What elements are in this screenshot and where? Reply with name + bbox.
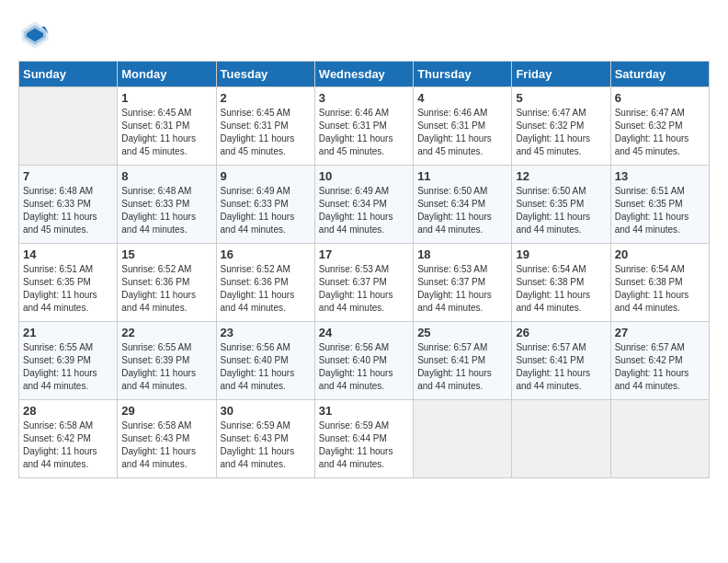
calendar-cell: 8Sunrise: 6:48 AM Sunset: 6:33 PM Daylig… [118,166,216,244]
day-number: 13 [615,169,705,183]
day-info: Sunrise: 6:48 AM Sunset: 6:33 PM Dayligh… [121,185,211,236]
day-info: Sunrise: 6:45 AM Sunset: 6:31 PM Dayligh… [221,107,311,158]
calendar-week-1: 1Sunrise: 6:45 AM Sunset: 6:31 PM Daylig… [19,87,710,166]
calendar-cell: 19Sunrise: 6:54 AM Sunset: 6:38 PM Dayli… [512,244,610,322]
day-number: 9 [221,169,311,183]
column-header-monday: Monday [118,62,216,87]
day-number: 1 [121,91,211,105]
column-header-tuesday: Tuesday [216,62,314,87]
day-info: Sunrise: 6:55 AM Sunset: 6:39 PM Dayligh… [23,341,113,393]
day-number: 2 [221,91,311,105]
day-number: 20 [615,247,705,261]
day-number: 28 [23,404,113,418]
calendar-cell: 5Sunrise: 6:47 AM Sunset: 6:32 PM Daylig… [512,87,610,166]
day-info: Sunrise: 6:50 AM Sunset: 6:34 PM Dayligh… [417,185,507,236]
day-number: 17 [319,247,409,261]
day-number: 14 [23,247,113,261]
day-number: 21 [23,326,113,339]
calendar-table: SundayMondayTuesdayWednesdayThursdayFrid… [18,61,710,478]
calendar-cell: 20Sunrise: 6:54 AM Sunset: 6:38 PM Dayli… [610,244,709,322]
calendar-cell: 15Sunrise: 6:52 AM Sunset: 6:36 PM Dayli… [118,244,216,322]
day-number: 18 [417,247,507,261]
calendar-header-row: SundayMondayTuesdayWednesdayThursdayFrid… [19,62,710,87]
day-info: Sunrise: 6:59 AM Sunset: 6:43 PM Dayligh… [221,419,311,471]
day-number: 19 [516,247,606,261]
day-number: 12 [516,169,606,183]
calendar-cell: 21Sunrise: 6:55 AM Sunset: 6:39 PM Dayli… [19,322,118,400]
calendar-week-4: 21Sunrise: 6:55 AM Sunset: 6:39 PM Dayli… [19,322,710,400]
day-info: Sunrise: 6:57 AM Sunset: 6:41 PM Dayligh… [417,341,507,393]
day-number: 24 [319,326,409,339]
calendar-cell [19,87,118,166]
calendar-cell: 13Sunrise: 6:51 AM Sunset: 6:35 PM Dayli… [610,166,709,244]
calendar-cell: 7Sunrise: 6:48 AM Sunset: 6:33 PM Daylig… [19,166,118,244]
day-info: Sunrise: 6:54 AM Sunset: 6:38 PM Dayligh… [615,263,705,315]
day-info: Sunrise: 6:52 AM Sunset: 6:36 PM Dayligh… [221,263,311,315]
calendar-cell: 4Sunrise: 6:46 AM Sunset: 6:31 PM Daylig… [414,87,512,166]
day-info: Sunrise: 6:46 AM Sunset: 6:31 PM Dayligh… [417,107,507,158]
calendar-cell: 1Sunrise: 6:45 AM Sunset: 6:31 PM Daylig… [118,87,216,166]
day-number: 23 [221,326,311,339]
column-header-saturday: Saturday [610,62,709,87]
day-number: 16 [221,247,311,261]
day-info: Sunrise: 6:54 AM Sunset: 6:38 PM Dayligh… [516,263,606,315]
day-info: Sunrise: 6:49 AM Sunset: 6:33 PM Dayligh… [221,185,311,236]
day-info: Sunrise: 6:51 AM Sunset: 6:35 PM Dayligh… [23,263,113,315]
day-info: Sunrise: 6:50 AM Sunset: 6:35 PM Dayligh… [516,185,606,236]
calendar-cell: 25Sunrise: 6:57 AM Sunset: 6:41 PM Dayli… [414,322,512,400]
day-number: 11 [417,169,507,183]
day-info: Sunrise: 6:59 AM Sunset: 6:44 PM Dayligh… [319,419,409,471]
day-number: 29 [121,404,211,418]
day-number: 31 [319,404,409,418]
day-number: 3 [319,91,409,105]
calendar-cell: 29Sunrise: 6:58 AM Sunset: 6:43 PM Dayli… [118,400,216,478]
day-info: Sunrise: 6:49 AM Sunset: 6:34 PM Dayligh… [319,185,409,236]
day-info: Sunrise: 6:57 AM Sunset: 6:42 PM Dayligh… [615,341,705,393]
day-number: 25 [417,326,507,339]
day-number: 8 [121,169,211,183]
calendar-cell: 27Sunrise: 6:57 AM Sunset: 6:42 PM Dayli… [610,322,709,400]
day-info: Sunrise: 6:48 AM Sunset: 6:33 PM Dayligh… [23,185,113,236]
day-info: Sunrise: 6:56 AM Sunset: 6:40 PM Dayligh… [319,341,409,393]
day-number: 6 [615,91,705,105]
calendar-cell: 24Sunrise: 6:56 AM Sunset: 6:40 PM Dayli… [314,322,413,400]
column-header-thursday: Thursday [414,62,512,87]
calendar-week-5: 28Sunrise: 6:58 AM Sunset: 6:42 PM Dayli… [19,400,710,478]
calendar-cell: 22Sunrise: 6:55 AM Sunset: 6:39 PM Dayli… [118,322,216,400]
day-number: 26 [516,326,606,339]
calendar-cell: 10Sunrise: 6:49 AM Sunset: 6:34 PM Dayli… [314,166,413,244]
calendar-cell: 2Sunrise: 6:45 AM Sunset: 6:31 PM Daylig… [216,87,314,166]
calendar-cell: 16Sunrise: 6:52 AM Sunset: 6:36 PM Dayli… [216,244,314,322]
calendar-cell: 23Sunrise: 6:56 AM Sunset: 6:40 PM Dayli… [216,322,314,400]
day-info: Sunrise: 6:45 AM Sunset: 6:31 PM Dayligh… [121,107,211,158]
column-header-sunday: Sunday [19,62,118,87]
column-header-friday: Friday [512,62,610,87]
day-info: Sunrise: 6:52 AM Sunset: 6:36 PM Dayligh… [121,263,211,315]
calendar-cell: 17Sunrise: 6:53 AM Sunset: 6:37 PM Dayli… [314,244,413,322]
calendar-week-3: 14Sunrise: 6:51 AM Sunset: 6:35 PM Dayli… [19,244,710,322]
day-info: Sunrise: 6:58 AM Sunset: 6:43 PM Dayligh… [121,419,211,471]
day-info: Sunrise: 6:53 AM Sunset: 6:37 PM Dayligh… [319,263,409,315]
day-info: Sunrise: 6:58 AM Sunset: 6:42 PM Dayligh… [23,419,113,471]
page-header [18,18,710,52]
calendar-cell: 28Sunrise: 6:58 AM Sunset: 6:42 PM Dayli… [19,400,118,478]
day-info: Sunrise: 6:56 AM Sunset: 6:40 PM Dayligh… [221,341,311,393]
logo [18,18,55,52]
day-number: 30 [221,404,311,418]
day-number: 7 [23,169,113,183]
calendar-cell: 18Sunrise: 6:53 AM Sunset: 6:37 PM Dayli… [414,244,512,322]
calendar-cell: 30Sunrise: 6:59 AM Sunset: 6:43 PM Dayli… [216,400,314,478]
calendar-cell: 3Sunrise: 6:46 AM Sunset: 6:31 PM Daylig… [314,87,413,166]
day-number: 5 [516,91,606,105]
logo-icon [18,18,51,52]
day-number: 15 [121,247,211,261]
calendar-cell: 9Sunrise: 6:49 AM Sunset: 6:33 PM Daylig… [216,166,314,244]
calendar-cell [610,400,709,478]
day-info: Sunrise: 6:47 AM Sunset: 6:32 PM Dayligh… [615,107,705,158]
day-info: Sunrise: 6:57 AM Sunset: 6:41 PM Dayligh… [516,341,606,393]
calendar-cell [512,400,610,478]
calendar-week-2: 7Sunrise: 6:48 AM Sunset: 6:33 PM Daylig… [19,166,710,244]
calendar-cell: 12Sunrise: 6:50 AM Sunset: 6:35 PM Dayli… [512,166,610,244]
calendar-cell: 6Sunrise: 6:47 AM Sunset: 6:32 PM Daylig… [610,87,709,166]
day-number: 4 [417,91,507,105]
